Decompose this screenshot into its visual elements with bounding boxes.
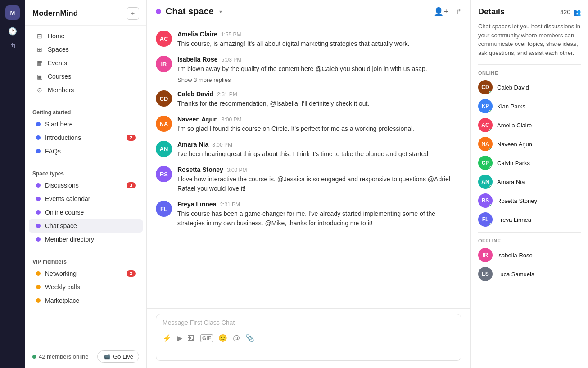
- online-count-label: 42 members online: [39, 353, 89, 360]
- avatar: AC: [156, 31, 172, 47]
- getting-started-section: Getting started Start here Introductions…: [25, 100, 146, 162]
- member-item: AN Amara Nia: [478, 175, 581, 189]
- message-group: CD Caleb David 2:31 PM Thanks for the re…: [156, 90, 461, 108]
- getting-started-title: Getting started: [25, 104, 146, 117]
- member-avatar: FL: [478, 212, 493, 227]
- message-author: Rosetta Stoney: [177, 166, 223, 173]
- details-count: 420 👥: [560, 9, 581, 16]
- play-icon[interactable]: ▶: [177, 334, 182, 342]
- message-input-box: ⚡ ▶ 🖼 GIF 🙂 @ 📎: [156, 314, 461, 361]
- sidebar-item-networking[interactable]: Networking 3: [29, 267, 143, 280]
- online-count: 42 members online: [32, 353, 89, 360]
- message-text: I've been hearing great things about thi…: [177, 149, 461, 159]
- export-icon[interactable]: ↱: [456, 7, 461, 16]
- details-title: Details: [478, 7, 505, 17]
- vip-members-section: VIP members Networking 3 Weekly calls Ma…: [25, 250, 146, 311]
- details-description: Chat spaces let you host discussions in …: [478, 22, 581, 57]
- networking-badge: 3: [127, 270, 136, 277]
- add-member-icon[interactable]: 👤+: [434, 7, 448, 17]
- chat-dropdown-icon[interactable]: ▾: [219, 9, 222, 15]
- sidebar-item-weekly-calls[interactable]: Weekly calls: [29, 280, 143, 294]
- message-author: Naveen Arjun: [177, 116, 218, 123]
- emoji-icon[interactable]: 🙂: [218, 334, 227, 342]
- message-input[interactable]: [163, 319, 455, 326]
- main-chat-panel: Chat space ▾ 👤+ ↱ AC Amelia Claire 1:55 …: [147, 0, 471, 368]
- member-item: AC Amelia Claire: [478, 118, 581, 132]
- sidebar-item-start-here[interactable]: Start here: [29, 117, 143, 131]
- courses-icon: ▣: [36, 73, 43, 80]
- message-author: Freya Linnea: [177, 201, 216, 208]
- details-panel: Details 420 👥 Chat spaces let you host d…: [471, 0, 588, 368]
- member-item: FL Freya Linnea: [478, 212, 581, 227]
- plus-icon: +: [131, 10, 135, 17]
- member-name: Isabella Rose: [497, 252, 533, 259]
- networking-dot: [36, 271, 41, 276]
- sidebar-item-members[interactable]: ⊙ Members: [29, 83, 143, 97]
- workspace-icons: 🕐 ⏱: [8, 27, 17, 51]
- offline-label: OFFLINE: [478, 238, 581, 243]
- message-author: Caleb David: [177, 90, 213, 98]
- discussions-dot: [36, 183, 41, 188]
- nav-header-actions: +: [127, 7, 139, 20]
- chat-title: Chat space: [166, 6, 214, 17]
- sidebar-item-member-directory[interactable]: Member directory: [29, 233, 143, 246]
- events-calendar-label: Events calendar: [45, 195, 136, 202]
- message-author: Amelia Claire: [177, 31, 217, 38]
- networking-label: Networking: [45, 270, 122, 277]
- attachment-icon[interactable]: 📎: [245, 334, 254, 342]
- add-button[interactable]: +: [127, 7, 139, 20]
- sidebar-item-events-calendar[interactable]: Events calendar: [29, 192, 143, 206]
- member-avatar: LS: [478, 267, 493, 281]
- show-replies-button[interactable]: Show 3 more replies: [177, 76, 461, 83]
- space-types-title: Space types: [25, 165, 146, 179]
- avatar: AN: [156, 141, 172, 157]
- message-time: 2:31 PM: [217, 91, 237, 98]
- discussions-badge: 3: [127, 182, 136, 188]
- online-status-indicator: [489, 223, 493, 227]
- nav-footer: 42 members online 📹 Go Live: [25, 345, 146, 368]
- nav-spaces-label: Spaces: [48, 46, 136, 53]
- space-types-section: Space types Discussions 3 Events calenda…: [25, 162, 146, 250]
- message-time: 3:00 PM: [212, 142, 232, 148]
- message-time: 6:03 PM: [222, 57, 242, 63]
- workspace-avatar[interactable]: M: [5, 5, 20, 20]
- message-text: I'm so glad I found this course on Circl…: [177, 124, 461, 134]
- go-live-button[interactable]: 📹 Go Live: [97, 350, 139, 363]
- member-directory-label: Member directory: [45, 236, 136, 243]
- sidebar-item-home[interactable]: ⊟ Home: [29, 29, 143, 43]
- online-status-indicator: [489, 185, 493, 189]
- sidebar-item-chat-space[interactable]: Chat space: [29, 219, 143, 233]
- clock-icon[interactable]: 🕐: [8, 27, 17, 36]
- member-item: LS Luca Samuels: [478, 267, 581, 281]
- weekly-calls-label: Weekly calls: [45, 283, 136, 291]
- lightning-icon[interactable]: ⚡: [163, 334, 172, 342]
- sidebar-item-faqs[interactable]: FAQs: [29, 144, 143, 158]
- member-avatar: CP: [478, 156, 493, 170]
- member-item: NA Naveen Arjun: [478, 137, 581, 151]
- message-group: FL Freya Linnea 2:31 PM This course has …: [156, 201, 461, 228]
- sidebar-item-discussions[interactable]: Discussions 3: [29, 179, 143, 192]
- mention-icon[interactable]: @: [233, 334, 240, 342]
- history-icon[interactable]: ⏱: [9, 43, 16, 51]
- sidebar-item-introductions[interactable]: Introductions 2: [29, 131, 143, 144]
- sidebar-item-marketplace[interactable]: Marketplace: [29, 294, 143, 307]
- sidebar-item-spaces[interactable]: ⊞ Spaces: [29, 43, 143, 56]
- image-icon[interactable]: 🖼: [188, 334, 195, 342]
- introductions-dot: [36, 135, 41, 140]
- gif-icon[interactable]: GIF: [200, 334, 213, 342]
- avatar: FL: [156, 201, 172, 217]
- message-header: Rosetta Stoney 3:00 PM: [177, 166, 461, 173]
- vip-members-title: VIP members: [25, 253, 146, 267]
- member-avatar: CD: [478, 80, 493, 94]
- sidebar-item-online-course[interactable]: Online course: [29, 206, 143, 219]
- message-text: I'm blown away by the quality of the con…: [177, 64, 461, 74]
- message-content: Rosetta Stoney 3:00 PM I love how intera…: [177, 166, 461, 193]
- member-item: KP Kian Parks: [478, 99, 581, 113]
- sidebar-item-courses[interactable]: ▣ Courses: [29, 70, 143, 83]
- online-status-dot: [32, 355, 36, 359]
- sidebar-item-events[interactable]: ▦ Events: [29, 56, 143, 70]
- members-icon: ⊙: [36, 86, 43, 94]
- online-status-indicator: [489, 110, 493, 113]
- camera-icon: 📹: [103, 353, 110, 360]
- divider: [478, 64, 581, 65]
